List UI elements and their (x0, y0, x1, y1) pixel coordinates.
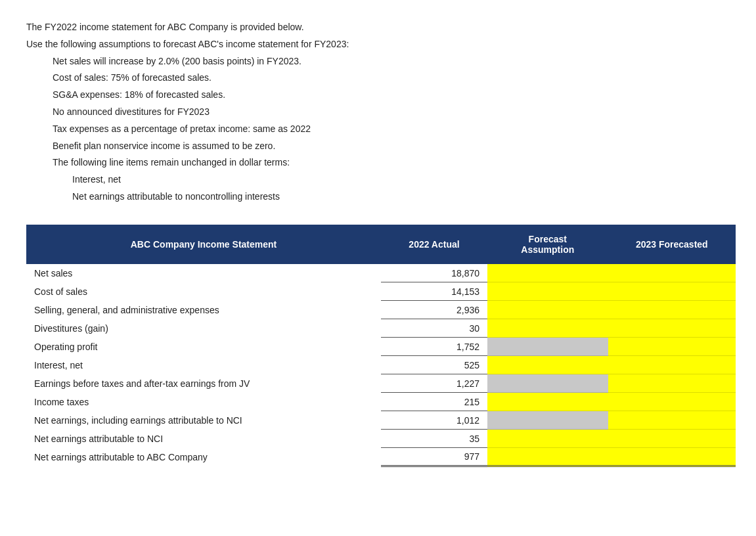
intro-line2: Use the following assumptions to forecas… (26, 37, 730, 53)
header-col4: 2023 Forecasted (608, 225, 736, 264)
table-row: Cost of sales14,153 (26, 282, 736, 301)
table-row: Income taxes215 (26, 393, 736, 411)
forecast-2023-cell-7[interactable] (608, 393, 736, 411)
row-value-2022-5: 525 (381, 356, 487, 374)
row-label-9: Net earnings attributable to NCI (26, 430, 381, 448)
row-value-2022-4: 1,752 (381, 338, 487, 356)
forecast-assumption-cell-4[interactable] (487, 338, 608, 356)
table-row: Divestitures (gain)30 (26, 319, 736, 338)
bullet-8: Interest, net (26, 172, 730, 188)
forecast-assumption-cell-3[interactable] (487, 319, 608, 338)
intro-line1: The FY2022 income statement for ABC Comp… (26, 20, 730, 35)
bullet-7: The following line items remain unchange… (26, 155, 730, 171)
bullet-5: Tax expenses as a percentage of pretax i… (26, 122, 730, 137)
table-header-row: ABC Company Income Statement 2022 Actual… (26, 225, 736, 264)
header-col3: Forecast Assumption (487, 225, 608, 264)
table-row: Interest, net525 (26, 356, 736, 374)
forecast-assumption-cell-0[interactable] (487, 264, 608, 282)
row-label-10: Net earnings attributable to ABC Company (26, 448, 381, 466)
bullet-6: Benefit plan nonservice income is assume… (26, 139, 730, 154)
row-label-2: Selling, general, and administrative exp… (26, 301, 381, 319)
forecast-assumption-cell-5[interactable] (487, 356, 608, 374)
bullet-1: Net sales will increase by 2.0% (200 bas… (26, 54, 730, 70)
table-row: Net sales18,870 (26, 264, 736, 282)
table-row: Net earnings attributable to ABC Company… (26, 448, 736, 466)
intro-section: The FY2022 income statement for ABC Comp… (26, 20, 730, 205)
forecast-assumption-cell-1[interactable] (487, 282, 608, 301)
row-label-5: Interest, net (26, 356, 381, 374)
forecast-assumption-cell-10[interactable] (487, 448, 608, 466)
row-value-2022-10: 977 (381, 448, 487, 466)
table-row: Net earnings, including earnings attribu… (26, 411, 736, 430)
table-row: Selling, general, and administrative exp… (26, 301, 736, 319)
bullet-9: Net earnings attributable to noncontroll… (26, 189, 730, 205)
forecast-2023-cell-8[interactable] (608, 411, 736, 430)
forecast-assumption-cell-6[interactable] (487, 374, 608, 393)
forecast-2023-cell-9[interactable] (608, 430, 736, 448)
forecast-2023-cell-6[interactable] (608, 374, 736, 393)
bullet-3: SG&A expenses: 18% of forecasted sales. (26, 87, 730, 103)
forecast-assumption-cell-2[interactable] (487, 301, 608, 319)
forecast-2023-cell-1[interactable] (608, 282, 736, 301)
row-label-7: Income taxes (26, 393, 381, 411)
row-label-6: Earnings before taxes and after-tax earn… (26, 374, 381, 393)
forecast-2023-cell-0[interactable] (608, 264, 736, 282)
forecast-assumption-cell-8[interactable] (487, 411, 608, 430)
table-row: Operating profit1,752 (26, 338, 736, 356)
forecast-2023-cell-10[interactable] (608, 448, 736, 466)
row-value-2022-1: 14,153 (381, 282, 487, 301)
forecast-2023-cell-4[interactable] (608, 338, 736, 356)
bullet-2: Cost of sales: 75% of forecasted sales. (26, 70, 730, 86)
row-label-3: Divestitures (gain) (26, 319, 381, 338)
forecast-2023-cell-3[interactable] (608, 319, 736, 338)
row-label-8: Net earnings, including earnings attribu… (26, 411, 381, 430)
bullet-4: No announced divestitures for FY2023 (26, 104, 730, 120)
row-value-2022-2: 2,936 (381, 301, 487, 319)
header-col1: ABC Company Income Statement (26, 225, 381, 264)
row-value-2022-9: 35 (381, 430, 487, 448)
table-row: Earnings before taxes and after-tax earn… (26, 374, 736, 393)
forecast-2023-cell-2[interactable] (608, 301, 736, 319)
income-statement-table: ABC Company Income Statement 2022 Actual… (26, 225, 736, 468)
row-value-2022-0: 18,870 (381, 264, 487, 282)
header-col2: 2022 Actual (381, 225, 487, 264)
row-label-0: Net sales (26, 264, 381, 282)
forecast-assumption-cell-7[interactable] (487, 393, 608, 411)
table-row: Net earnings attributable to NCI35 (26, 430, 736, 448)
row-value-2022-7: 215 (381, 393, 487, 411)
row-value-2022-6: 1,227 (381, 374, 487, 393)
forecast-assumption-cell-9[interactable] (487, 430, 608, 448)
forecast-2023-cell-5[interactable] (608, 356, 736, 374)
row-value-2022-3: 30 (381, 319, 487, 338)
row-label-4: Operating profit (26, 338, 381, 356)
row-value-2022-8: 1,012 (381, 411, 487, 430)
row-label-1: Cost of sales (26, 282, 381, 301)
